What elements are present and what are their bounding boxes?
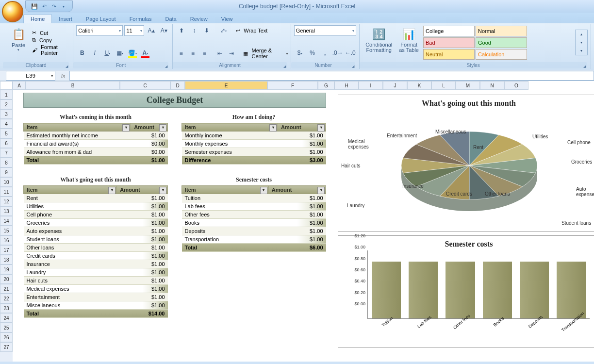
- row-header-1[interactable]: 1: [0, 90, 13, 99]
- row-header-19[interactable]: 19: [0, 265, 13, 274]
- table-row[interactable]: Entertainment$1.00: [24, 293, 168, 301]
- col-header-M[interactable]: M: [456, 81, 480, 90]
- select-all-corner[interactable]: [0, 81, 13, 90]
- table-header[interactable]: Item▾: [24, 123, 131, 132]
- copy-button[interactable]: ⧉ Copy: [32, 37, 70, 43]
- row-header-16[interactable]: 16: [0, 235, 13, 245]
- row-header-24[interactable]: 24: [0, 313, 13, 323]
- align-top-button[interactable]: ⬆: [176, 25, 187, 36]
- row-header-25[interactable]: 25: [0, 323, 13, 332]
- increase-font-button[interactable]: A▴: [146, 25, 157, 36]
- table-row[interactable]: Student loans$1.00: [24, 235, 168, 244]
- row-header-13[interactable]: 13: [0, 206, 13, 216]
- cell-styles-gallery[interactable]: CollegeNormalBadGoodNeutralCalculation: [423, 24, 573, 60]
- table-row[interactable]: Books$1.00: [182, 219, 326, 227]
- col-header-A[interactable]: A: [13, 81, 26, 90]
- align-right-button[interactable]: ≡: [199, 48, 210, 59]
- filter-dropdown-icon[interactable]: ▾: [260, 187, 267, 194]
- formula-input[interactable]: [69, 71, 594, 81]
- tab-view[interactable]: View: [214, 15, 240, 23]
- row-header-26[interactable]: 26: [0, 332, 13, 342]
- tab-insert[interactable]: Insert: [52, 15, 79, 23]
- align-center-button[interactable]: ≡: [187, 48, 198, 59]
- italic-button[interactable]: I: [89, 48, 100, 58]
- table-row[interactable]: Hair cuts$1.00: [24, 277, 168, 285]
- style-bad[interactable]: Bad: [423, 37, 475, 48]
- group-label-clipboard[interactable]: Clipboard: [3, 62, 69, 68]
- row-header-5[interactable]: 5: [0, 129, 13, 138]
- table-header[interactable]: Item▾: [182, 186, 269, 194]
- format-painter-button[interactable]: 🖌 Format Painter: [32, 44, 70, 56]
- tab-page-layout[interactable]: Page Layout: [79, 15, 123, 23]
- col-header-F[interactable]: F: [267, 81, 318, 90]
- undo-icon[interactable]: ↶: [40, 2, 48, 10]
- going-table[interactable]: Item▾Amount▾Rent$1.00Utilities$1.00Cell …: [23, 185, 168, 318]
- filter-dropdown-icon[interactable]: ▾: [122, 124, 130, 132]
- table-row[interactable]: Rent$1.00: [24, 194, 168, 202]
- filter-dropdown-icon[interactable]: ▾: [317, 187, 325, 194]
- font-name-combo[interactable]: Calibri▾: [76, 25, 123, 36]
- qat-dropdown-icon[interactable]: ▾: [60, 2, 67, 10]
- row-header-9[interactable]: 9: [0, 167, 13, 177]
- fill-color-button[interactable]: 🪣▾: [127, 48, 138, 58]
- format-as-table-button[interactable]: 📊 Format as Table: [396, 26, 422, 59]
- font-color-button[interactable]: A▾: [139, 48, 151, 58]
- coming-table[interactable]: Item▾Amount▾Estimated monthly net income…: [23, 123, 168, 165]
- cut-button[interactable]: ✂ Cut: [32, 30, 70, 36]
- bold-button[interactable]: B: [76, 48, 88, 58]
- tab-review[interactable]: Review: [183, 15, 214, 23]
- style-good[interactable]: Good: [476, 37, 527, 48]
- table-row[interactable]: Monthly expenses$1.00: [182, 140, 326, 148]
- table-row[interactable]: Groceries$1.00: [24, 219, 168, 227]
- table-header[interactable]: Amount▾: [131, 123, 168, 132]
- col-header-C[interactable]: C: [120, 81, 170, 90]
- table-row[interactable]: Other loans$1.00: [24, 244, 168, 252]
- save-icon[interactable]: 💾: [31, 2, 38, 10]
- col-header-O[interactable]: O: [504, 81, 528, 90]
- row-header-10[interactable]: 10: [0, 177, 13, 187]
- filter-dropdown-icon[interactable]: ▾: [269, 124, 277, 132]
- currency-button[interactable]: $▾: [294, 48, 306, 58]
- row-header-21[interactable]: 21: [0, 284, 13, 294]
- col-header-G[interactable]: G: [318, 81, 334, 90]
- tab-data[interactable]: Data: [158, 15, 183, 23]
- doing-table[interactable]: Item▾Amount▾Monthly income$1.00Monthly e…: [182, 123, 326, 165]
- table-row[interactable]: Laundry$1.00: [24, 268, 168, 277]
- group-label-alignment[interactable]: Alignment: [173, 62, 286, 68]
- align-middle-button[interactable]: ↕: [188, 25, 200, 36]
- style-normal[interactable]: Normal: [476, 26, 527, 36]
- table-row[interactable]: Tuition$1.00: [182, 194, 326, 202]
- style-calculation[interactable]: Calculation: [476, 49, 527, 60]
- comma-button[interactable]: ,: [319, 48, 331, 58]
- table-header[interactable]: Item▾: [24, 186, 117, 194]
- merge-center-button[interactable]: ▦ Merge & Center▾: [243, 48, 287, 59]
- border-button[interactable]: ▦▾: [114, 48, 126, 58]
- row-header-20[interactable]: 20: [0, 274, 13, 284]
- grid-cells[interactable]: College Budget What's coming in this mon…: [13, 90, 594, 362]
- row-header-4[interactable]: 4: [0, 119, 13, 129]
- table-row[interactable]: Lab fees$1.00: [182, 202, 326, 211]
- row-header-3[interactable]: 3: [0, 109, 13, 119]
- table-row[interactable]: Semester expenses$1.00: [182, 148, 326, 156]
- table-header[interactable]: Item▾: [182, 123, 278, 132]
- table-row[interactable]: Deposits$1.00: [182, 227, 326, 235]
- align-bottom-button[interactable]: ⬇: [201, 25, 213, 36]
- row-header-18[interactable]: 18: [0, 255, 13, 265]
- office-button[interactable]: [2, 1, 23, 22]
- increase-indent-button[interactable]: ⇥: [226, 48, 237, 59]
- group-label-number[interactable]: Number: [291, 62, 355, 68]
- table-row[interactable]: Insurance$1.00: [24, 260, 168, 268]
- increase-decimal-button[interactable]: .0→: [332, 48, 344, 58]
- semester-table[interactable]: Item▾Amount▾Tuition$1.00Lab fees$1.00Oth…: [182, 185, 326, 252]
- table-row[interactable]: Allowance from mom & dad$0.00: [24, 148, 168, 156]
- decrease-decimal-button[interactable]: ←.0: [345, 48, 356, 58]
- orientation-button[interactable]: ⤢▾: [217, 25, 229, 36]
- filter-dropdown-icon[interactable]: ▾: [159, 124, 166, 132]
- row-header-12[interactable]: 12: [0, 197, 13, 206]
- col-header-B[interactable]: B: [26, 81, 120, 90]
- tab-home[interactable]: Home: [23, 14, 52, 23]
- row-header-6[interactable]: 6: [0, 138, 13, 148]
- table-header[interactable]: Amount▾: [117, 186, 168, 194]
- styles-more-button[interactable]: ▾: [576, 47, 587, 55]
- filter-dropdown-icon[interactable]: ▾: [317, 124, 325, 132]
